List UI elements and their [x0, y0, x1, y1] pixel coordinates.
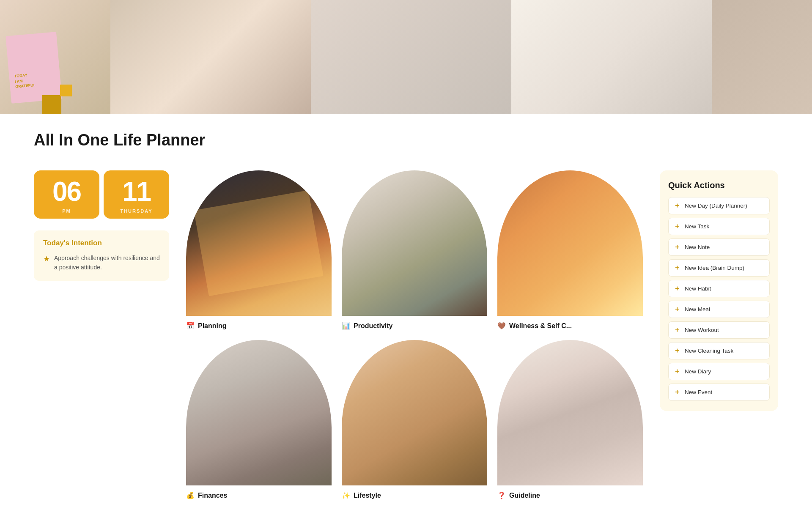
intention-text: Approach challenges with resilience and …	[54, 253, 160, 272]
hero-image-4	[511, 0, 712, 114]
category-item-guideline[interactable]: ❓ Guideline	[497, 340, 643, 499]
clock-day: THURSDAY	[120, 208, 152, 214]
left-panel: 06 PM 11 THURSDAY Today's Intention ★ Ap…	[34, 170, 169, 281]
category-grid: 📅 Planning 📊 Productivity 🤎	[186, 170, 643, 499]
page-title: All In One Life Planner	[34, 131, 778, 149]
action-label-new-workout: New Workout	[685, 327, 719, 333]
layout-row: 06 PM 11 THURSDAY Today's Intention ★ Ap…	[34, 170, 778, 499]
action-new-diary[interactable]: ＋ New Diary	[668, 363, 770, 380]
hero-banner	[0, 0, 812, 114]
category-img-guideline	[497, 340, 643, 485]
star-icon: ★	[43, 254, 50, 263]
productivity-text: Productivity	[354, 322, 392, 330]
finances-text: Finances	[198, 492, 227, 499]
question-icon: ❓	[497, 491, 506, 499]
action-label-new-event: New Event	[685, 389, 712, 395]
category-label-lifestyle: ✨ Lifestyle	[342, 491, 381, 499]
category-item-planning[interactable]: 📅 Planning	[186, 170, 332, 330]
plus-icon-new-task: ＋	[674, 222, 680, 231]
plus-icon-new-workout: ＋	[674, 326, 680, 334]
category-label-wellness: 🤎 Wellness & Self C...	[497, 322, 572, 330]
action-new-idea[interactable]: ＋ New Idea (Brain Dump)	[668, 259, 770, 277]
category-label-productivity: 📊 Productivity	[342, 322, 392, 330]
plus-icon-new-event: ＋	[674, 388, 680, 397]
category-item-wellness[interactable]: 🤎 Wellness & Self C...	[497, 170, 643, 330]
plus-icon-new-habit: ＋	[674, 284, 680, 293]
action-new-note[interactable]: ＋ New Note	[668, 238, 770, 256]
quick-actions-box: Quick Actions ＋ New Day (Daily Planner) …	[660, 170, 778, 411]
minute-card: 11 THURSDAY	[104, 170, 169, 219]
clock-hour: 06	[52, 178, 81, 205]
square-big	[42, 95, 61, 114]
action-label-new-habit: New Habit	[685, 285, 711, 292]
clock-period: PM	[62, 208, 71, 214]
plus-icon-new-note: ＋	[674, 243, 680, 252]
hour-card: 06 PM	[34, 170, 99, 219]
center-panel: 📅 Planning 📊 Productivity 🤎	[186, 170, 643, 499]
guideline-text: Guideline	[509, 492, 540, 499]
action-new-workout[interactable]: ＋ New Workout	[668, 321, 770, 339]
sparkle-icon: ✨	[342, 491, 350, 499]
main-content: All In One Life Planner 06 PM 11 THURSDA…	[0, 114, 812, 507]
category-item-productivity[interactable]: 📊 Productivity	[342, 170, 487, 330]
plus-icon-new-day: ＋	[674, 201, 680, 210]
intention-box: Today's Intention ★ Approach challenges …	[34, 230, 169, 281]
category-item-finances[interactable]: 💰 Finances	[186, 340, 332, 499]
plus-icon-new-idea: ＋	[674, 263, 680, 272]
quick-actions-title: Quick Actions	[668, 181, 770, 190]
square-small	[60, 85, 72, 96]
finances-icon: 💰	[186, 491, 195, 499]
intention-title: Today's Intention	[43, 239, 160, 247]
action-new-task[interactable]: ＋ New Task	[668, 218, 770, 235]
plus-icon-new-diary: ＋	[674, 367, 680, 376]
action-new-cleaning[interactable]: ＋ New Cleaning Task	[668, 342, 770, 359]
planning-text: Planning	[198, 322, 227, 330]
category-img-wellness	[497, 170, 643, 316]
plus-icon-new-meal: ＋	[674, 305, 680, 314]
action-label-new-meal: New Meal	[685, 306, 710, 312]
category-label-guideline: ❓ Guideline	[497, 491, 540, 499]
plus-icon-new-cleaning: ＋	[674, 346, 680, 355]
action-new-event[interactable]: ＋ New Event	[668, 384, 770, 401]
hero-image-2	[110, 0, 311, 114]
category-label-planning: 📅 Planning	[186, 322, 227, 330]
category-img-planning	[186, 170, 332, 316]
right-panel: Quick Actions ＋ New Day (Daily Planner) …	[660, 170, 778, 411]
category-img-lifestyle	[342, 340, 487, 485]
action-label-new-day: New Day (Daily Planner)	[685, 203, 747, 209]
hero-image-3	[311, 0, 511, 114]
action-new-day[interactable]: ＋ New Day (Daily Planner)	[668, 197, 770, 214]
clock-display: 06 PM 11 THURSDAY	[34, 170, 169, 219]
category-img-productivity	[342, 170, 487, 316]
action-label-new-note: New Note	[685, 244, 710, 250]
heart-icon: 🤎	[497, 322, 506, 330]
action-label-new-idea: New Idea (Brain Dump)	[685, 265, 744, 271]
clock-minute: 11	[122, 178, 151, 205]
action-label-new-diary: New Diary	[685, 368, 711, 375]
calendar-icon: 📅	[186, 322, 195, 330]
category-item-lifestyle[interactable]: ✨ Lifestyle	[342, 340, 487, 499]
action-label-new-cleaning: New Cleaning Task	[685, 348, 733, 354]
productivity-icon: 📊	[342, 322, 350, 330]
action-new-habit[interactable]: ＋ New Habit	[668, 280, 770, 297]
action-label-new-task: New Task	[685, 223, 709, 230]
action-new-meal[interactable]: ＋ New Meal	[668, 301, 770, 318]
hero-image-5	[712, 0, 812, 114]
intention-body: ★ Approach challenges with resilience an…	[43, 253, 160, 272]
category-label-finances: 💰 Finances	[186, 491, 227, 499]
lifestyle-text: Lifestyle	[354, 492, 381, 499]
category-img-finances	[186, 340, 332, 485]
wellness-text: Wellness & Self C...	[509, 322, 572, 330]
